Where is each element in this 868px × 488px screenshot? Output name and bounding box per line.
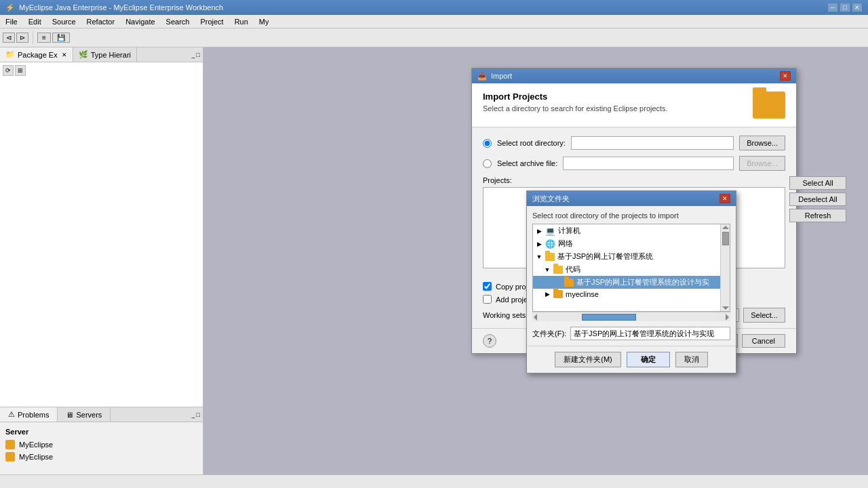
tab-problems[interactable]: ⚠ Problems — [0, 407, 58, 422]
menu-my[interactable]: My — [256, 17, 272, 26]
arrow-icon-sel — [555, 279, 561, 286]
toolbar-save[interactable]: 💾 — [52, 33, 70, 43]
server-icon-2 — [5, 452, 15, 462]
select-working-set-btn[interactable]: Select... — [743, 308, 785, 323]
arrow-icon-jsp: ▼ — [536, 253, 542, 260]
toolbar-btn-2[interactable]: ⊳ — [16, 33, 28, 43]
filename-label: 文件夹(F): — [532, 329, 566, 339]
filename-input[interactable] — [570, 327, 730, 340]
browse-cancel-btn[interactable]: 取消 — [675, 352, 708, 367]
browse-root-btn[interactable]: Browse... — [739, 136, 785, 150]
browse-title: 浏览文件夹 — [532, 194, 570, 204]
vertical-scrollbar[interactable] — [720, 224, 730, 311]
import-dialog-icon: 📥 — [477, 72, 487, 81]
arrow-icon-mye: ▶ — [544, 291, 551, 298]
h-scroll-thumb[interactable] — [582, 314, 636, 321]
problems-icon: ⚠ — [8, 410, 15, 419]
tree-item-network[interactable]: ▶ 🌐 网络 — [533, 237, 730, 250]
projects-label: Projects: — [483, 176, 785, 184]
status-bar — [0, 474, 868, 488]
radio-root-label: Select root directory: — [497, 139, 566, 147]
arrow-icon-code: ▼ — [544, 266, 551, 273]
import-dialog-title: Import — [491, 72, 512, 80]
tree-item-myeclinse[interactable]: ▶ myeclinse — [533, 289, 730, 300]
panel-maximize-btn[interactable]: □ — [197, 52, 200, 58]
tree-label-selected: 基于JSP的网上订餐管理系统的设计与实 — [576, 277, 709, 287]
toolbar-btn-1[interactable]: ⊲ — [3, 33, 15, 43]
folder-icon-selected — [564, 279, 574, 287]
bottom-minimize[interactable]: _ — [192, 411, 195, 418]
minimize-btn[interactable]: ─ — [827, 3, 838, 12]
panel-minimize-btn[interactable]: _ — [192, 52, 195, 58]
cancel-btn[interactable]: Cancel — [742, 334, 785, 348]
radio-archive[interactable] — [483, 159, 492, 168]
copy-checkbox[interactable] — [483, 282, 492, 291]
help-btn[interactable]: ? — [483, 334, 496, 348]
browse-tree: ▶ 💻 计算机 ▶ 🌐 网络 — [532, 224, 730, 312]
close-btn[interactable]: ✕ — [852, 3, 863, 12]
menu-bar: File Edit Source Refactor Navigate Searc… — [0, 15, 868, 28]
arrow-icon: ▶ — [536, 228, 542, 235]
refresh-btn[interactable]: Refresh — [789, 209, 846, 222]
radio-root-row: Select root directory: Browse... — [483, 136, 785, 150]
server-item-1: MyEclipse — [5, 439, 197, 451]
import-dialog-titlebar: 📥 Import ✕ — [472, 68, 796, 83]
pkg-collapse-btn[interactable]: ⊞ — [15, 65, 26, 76]
toolbar: ⊲ ⊳ ≡ 💾 — [0, 28, 868, 47]
package-explorer-content: ⟳ ⊞ — [0, 62, 203, 407]
server-area: Server MyEclipse MyEclipse — [0, 422, 203, 468]
tab-type-hierarchy[interactable]: 🌿 Type Hierari — [73, 47, 137, 62]
menu-run[interactable]: Run — [232, 17, 251, 26]
confirm-btn[interactable]: 确定 — [627, 352, 670, 367]
toolbar-btn-3[interactable]: ≡ — [37, 33, 51, 43]
tab-servers[interactable]: 🖥 Servers — [58, 407, 111, 422]
deselect-all-btn[interactable]: Deselect All — [789, 192, 846, 206]
browse-footer: 新建文件夹(M) 确定 取消 — [527, 346, 736, 373]
server-item-2: MyEclipse — [5, 451, 197, 463]
radio-archive-row: Select archive file: Browse... — [483, 156, 785, 171]
menu-refactor[interactable]: Refactor — [84, 17, 118, 26]
servers-icon: 🖥 — [66, 411, 73, 419]
content-area: 📥 Import ✕ Import Projects Select a dire… — [203, 47, 868, 488]
pkg-toolbar-btn[interactable]: ⟳ — [3, 65, 14, 76]
bottom-maximize[interactable]: □ — [197, 411, 200, 418]
browse-archive-btn: Browse... — [739, 156, 785, 171]
tab-package-explorer[interactable]: 📁 Package Ex ✕ — [0, 47, 73, 62]
working-sets-input-label: Working sets: — [483, 311, 528, 319]
tree-label-code: 代码 — [566, 264, 580, 274]
working-sets-checkbox[interactable] — [483, 295, 492, 304]
tree-item-selected[interactable]: 基于JSP的网上订餐管理系统的设计与实 — [533, 276, 730, 289]
tree-item-code[interactable]: ▼ 代码 — [533, 263, 730, 276]
browse-close-btn[interactable]: ✕ — [719, 194, 730, 203]
archive-input[interactable] — [563, 157, 734, 170]
folder-icon-jsp — [545, 253, 555, 261]
server-icon-1 — [5, 440, 15, 449]
tree-label-mye: myeclinse — [566, 290, 599, 298]
computer-icon: 💻 — [545, 226, 555, 236]
tree-item-computer[interactable]: ▶ 💻 计算机 — [533, 224, 730, 237]
radio-root-dir[interactable] — [483, 139, 492, 148]
maximize-btn[interactable]: □ — [840, 3, 850, 12]
import-dialog-close[interactable]: ✕ — [780, 71, 791, 81]
scroll-down-arrow — [722, 306, 729, 310]
scroll-thumb[interactable] — [722, 232, 729, 245]
ide-background: ⚡ MyEclipse Java Enterprise - MyEclipse … — [0, 0, 868, 488]
main-area: 📁 Package Ex ✕ 🌿 Type Hierari _ □ ⟳ ⊞ — [0, 47, 868, 488]
menu-edit[interactable]: Edit — [26, 17, 44, 26]
left-panel: 📁 Package Ex ✕ 🌿 Type Hierari _ □ ⟳ ⊞ — [0, 47, 203, 488]
root-dir-input[interactable] — [571, 136, 734, 150]
close-tab-icon[interactable]: ✕ — [62, 52, 67, 58]
horizontal-scroll[interactable] — [532, 312, 730, 321]
menu-search[interactable]: Search — [163, 17, 193, 26]
menu-file[interactable]: File — [3, 17, 20, 26]
tree-scroll[interactable]: ▶ 💻 计算机 ▶ 🌐 网络 — [533, 224, 730, 311]
select-all-btn[interactable]: Select All — [789, 176, 846, 190]
browse-file-dialog: 浏览文件夹 ✕ Select root directory of the pro… — [526, 190, 736, 373]
menu-project[interactable]: Project — [197, 17, 226, 26]
tree-item-jsp[interactable]: ▼ 基于JSP的网上订餐管理系统 — [533, 250, 730, 263]
import-header-title: Import Projects — [483, 92, 668, 102]
new-folder-btn[interactable]: 新建文件夹(M) — [555, 352, 621, 367]
import-dialog: 📥 Import ✕ Import Projects Select a dire… — [471, 68, 797, 354]
menu-navigate[interactable]: Navigate — [123, 17, 157, 26]
menu-source[interactable]: Source — [50, 17, 79, 26]
